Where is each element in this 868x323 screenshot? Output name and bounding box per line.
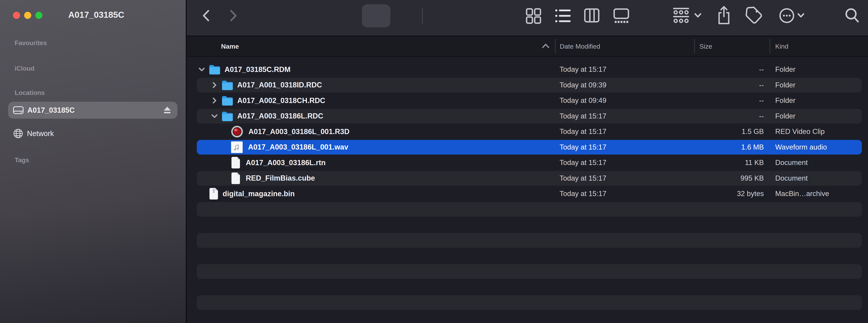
file-date: Today at 09:49: [560, 93, 607, 109]
folder-icon: [221, 80, 234, 90]
file-date: Today at 09:39: [560, 77, 607, 93]
file-size: 1.5 GB: [687, 124, 764, 140]
column-divider[interactable]: [694, 39, 695, 54]
file-size: 1.6 MB: [687, 140, 764, 155]
empty-row: [187, 264, 868, 280]
column-divider[interactable]: [770, 39, 770, 54]
sidebar-section-favourites: Favourites: [15, 39, 47, 47]
sidebar-item-label: Network: [27, 129, 54, 138]
window-controls: [13, 12, 42, 19]
chevron-down-icon[interactable]: [797, 13, 805, 18]
share-icon[interactable]: [717, 6, 731, 25]
sidebar: Favourites iCloud Locations A017_03185C: [0, 0, 186, 323]
sidebar-section-locations: Locations: [15, 89, 45, 96]
back-button[interactable]: [202, 10, 210, 22]
list-view-icon[interactable]: [555, 8, 571, 24]
table-row[interactable]: A017_A003_03186L.rtn Today at 15:17 11 K…: [187, 155, 868, 171]
sidebar-section-icloud: iCloud: [15, 65, 34, 72]
table-row[interactable]: A017_A003_03186L_001.R3D Today at 15:17 …: [187, 124, 868, 140]
file-size: 995 KB: [687, 171, 764, 186]
sidebar-item-network[interactable]: Network: [8, 125, 178, 142]
file-kind: Folder: [775, 62, 796, 77]
empty-row: [187, 217, 868, 233]
file-kind: Folder: [775, 77, 796, 93]
eject-icon[interactable]: [163, 106, 172, 114]
window-title: A017_03185C: [68, 10, 124, 20]
folder-icon: [209, 64, 221, 75]
file-kind: Folder: [775, 109, 796, 124]
table-row[interactable]: digital_magazine.bin Today at 15:17 32 b…: [187, 186, 868, 202]
empty-row: [187, 233, 868, 248]
file-size: --: [687, 62, 764, 77]
file-date: Today at 15:17: [560, 140, 607, 155]
file-size: 11 KB: [687, 155, 764, 171]
empty-row: [187, 202, 868, 217]
sort-ascending-icon: [541, 43, 550, 49]
file-date: Today at 15:17: [560, 171, 607, 186]
disclosure-open-icon[interactable]: [210, 112, 219, 120]
file-name: A017_A001_0318ID.RDC: [237, 81, 322, 89]
empty-row: [187, 248, 868, 264]
file-name: RED_FilmBias.cube: [246, 174, 315, 182]
file-name: A017_A003_03186L_001.wav: [248, 143, 348, 151]
table-row[interactable]: A017_A001_0318ID.RDC Today at 09:39 -- F…: [187, 77, 868, 93]
grid-view-icon[interactable]: [525, 8, 541, 24]
more-options-icon[interactable]: [779, 8, 795, 24]
column-header-size[interactable]: Size: [700, 37, 712, 56]
file-kind: RED Video Clip: [775, 124, 825, 140]
table-row[interactable]: RED_FilmBias.cube Today at 15:17 995 KB …: [187, 171, 868, 186]
table-row[interactable]: A017_A002_0318CH.RDC Today at 09:49 -- F…: [187, 93, 868, 109]
empty-row: [187, 279, 868, 295]
file-kind: MacBin…archive: [775, 186, 829, 202]
document-icon: [231, 172, 241, 184]
sidebar-item-volume[interactable]: A017_03185C: [8, 102, 178, 119]
disclosure-closed-icon[interactable]: [210, 81, 219, 89]
table-row[interactable]: A017_A003_03186L.RDC Today at 15:17 -- F…: [187, 109, 868, 124]
sidebar-item-label: A017_03185C: [27, 106, 75, 114]
search-icon[interactable]: [844, 7, 860, 23]
column-divider[interactable]: [555, 39, 556, 54]
file-date: Today at 15:17: [560, 124, 607, 140]
tag-icon[interactable]: [745, 6, 763, 25]
file-size: --: [687, 77, 764, 93]
group-by-icon[interactable]: [673, 7, 689, 24]
chevron-down-icon[interactable]: [694, 13, 702, 18]
file-name: A017_A003_03186L.rtn: [246, 158, 326, 167]
empty-row: [187, 310, 868, 323]
file-kind: Document: [775, 171, 808, 186]
file-name: A017_A002_0318CH.RDC: [237, 96, 325, 105]
file-name: A017_03185C.RDM: [224, 65, 290, 74]
table-row-selected[interactable]: A017_A003_03186L_001.wav Today at 15:17 …: [187, 140, 868, 155]
sidebar-section-tags: Tags: [15, 156, 29, 164]
finder-window: Favourites iCloud Locations A017_03185C: [0, 0, 868, 323]
file-kind: Document: [775, 155, 808, 171]
disclosure-open-icon[interactable]: [197, 65, 206, 74]
file-size: --: [687, 109, 764, 124]
file-date: Today at 15:17: [560, 109, 607, 124]
file-size: --: [687, 93, 764, 109]
globe-icon: [13, 128, 23, 139]
file-list: A017_03185C.RDM Today at 15:17 -- Folder…: [187, 57, 868, 323]
list-view-selected-background: [362, 4, 391, 27]
column-view-icon[interactable]: [584, 8, 600, 23]
column-header-kind[interactable]: Kind: [775, 37, 788, 56]
file-kind: Folder: [775, 93, 796, 109]
table-row[interactable]: A017_03185C.RDM Today at 15:17 -- Folder: [187, 62, 868, 77]
internal-disk-icon: [13, 106, 24, 114]
disclosure-closed-icon[interactable]: [210, 96, 219, 105]
minimize-button[interactable]: [24, 12, 31, 19]
close-button[interactable]: [13, 12, 20, 19]
column-header-name[interactable]: Name: [221, 37, 239, 56]
column-header-date-modified[interactable]: Date Modified: [560, 37, 600, 56]
file-date: Today at 15:17: [560, 186, 607, 202]
document-icon: [209, 187, 219, 200]
file-name: A017_A003_03186L.RDC: [237, 112, 323, 120]
file-name: A017_A003_03186L_001.R3D: [248, 127, 349, 136]
gallery-view-icon[interactable]: [613, 8, 629, 24]
zoom-button[interactable]: [35, 12, 42, 19]
audio-file-icon: [231, 141, 243, 153]
toolbar-separator: [422, 7, 423, 24]
forward-button[interactable]: [229, 10, 237, 22]
file-kind: Waveform audio: [775, 140, 827, 155]
file-size: 32 bytes: [687, 186, 764, 202]
